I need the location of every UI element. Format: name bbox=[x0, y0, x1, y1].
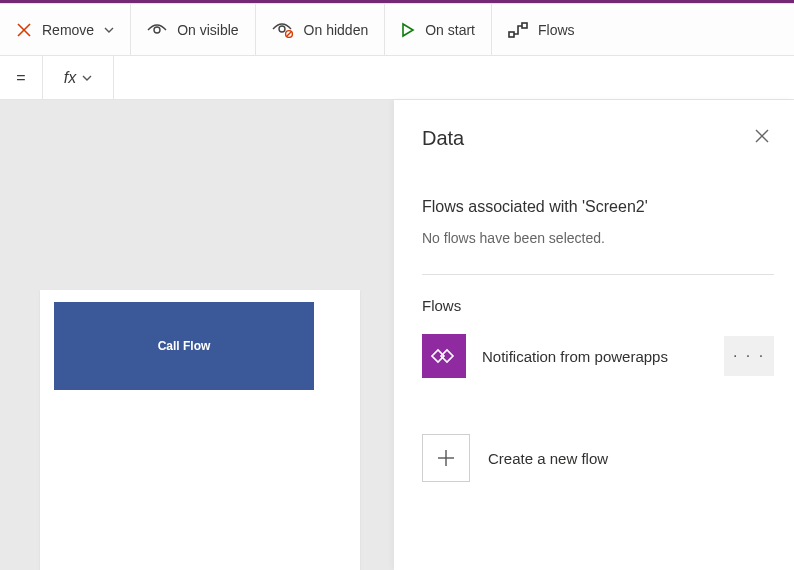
flow-item-name: Notification from powerapps bbox=[482, 348, 708, 365]
fx-label: fx bbox=[64, 69, 76, 87]
on-start-button[interactable]: On start bbox=[384, 4, 491, 55]
toolbar: Remove On visible On hidden On start Flo… bbox=[0, 4, 794, 56]
flows-label: Flows bbox=[538, 22, 575, 38]
svg-rect-8 bbox=[522, 23, 527, 28]
flow-item[interactable]: Notification from powerapps · · · bbox=[422, 334, 774, 378]
svg-point-2 bbox=[154, 27, 160, 33]
play-icon bbox=[401, 22, 415, 38]
more-icon: · · · bbox=[733, 347, 765, 365]
eye-off-icon bbox=[272, 22, 294, 38]
panel-title: Data bbox=[422, 127, 464, 150]
remove-label: Remove bbox=[42, 22, 94, 38]
on-hidden-label: On hidden bbox=[304, 22, 369, 38]
chevron-down-icon bbox=[82, 72, 92, 83]
associated-flows-empty: No flows have been selected. bbox=[422, 230, 774, 246]
eye-icon bbox=[147, 23, 167, 37]
svg-marker-6 bbox=[403, 24, 413, 36]
equals-label: = bbox=[0, 69, 42, 87]
svg-rect-7 bbox=[509, 32, 514, 37]
on-hidden-button[interactable]: On hidden bbox=[255, 4, 385, 55]
remove-icon bbox=[16, 22, 32, 38]
formula-bar: = fx bbox=[0, 56, 794, 100]
call-flow-label: Call Flow bbox=[158, 339, 211, 353]
svg-line-5 bbox=[286, 31, 290, 35]
flow-item-more-button[interactable]: · · · bbox=[724, 336, 774, 376]
associated-flows-title: Flows associated with 'Screen2' bbox=[422, 198, 774, 216]
call-flow-button[interactable]: Call Flow bbox=[54, 302, 314, 390]
svg-marker-11 bbox=[432, 350, 444, 362]
flows-section-label: Flows bbox=[422, 297, 774, 314]
plus-icon bbox=[422, 434, 470, 482]
on-start-label: On start bbox=[425, 22, 475, 38]
fx-dropdown[interactable]: fx bbox=[42, 56, 114, 99]
powerapps-icon bbox=[422, 334, 466, 378]
create-flow-label: Create a new flow bbox=[488, 450, 608, 467]
svg-point-3 bbox=[279, 26, 285, 32]
data-panel: Data Flows associated with 'Screen2' No … bbox=[394, 100, 794, 570]
panel-header: Data bbox=[422, 124, 774, 152]
on-visible-label: On visible bbox=[177, 22, 238, 38]
svg-marker-12 bbox=[441, 350, 453, 362]
formula-input[interactable] bbox=[114, 56, 794, 99]
on-visible-button[interactable]: On visible bbox=[130, 4, 254, 55]
create-flow-button[interactable]: Create a new flow bbox=[422, 434, 774, 482]
flows-icon bbox=[508, 21, 528, 39]
flows-button[interactable]: Flows bbox=[491, 4, 591, 55]
remove-button[interactable]: Remove bbox=[0, 4, 130, 55]
close-button[interactable] bbox=[750, 124, 774, 152]
screen-artboard[interactable]: Call Flow bbox=[40, 290, 360, 570]
divider bbox=[422, 274, 774, 275]
chevron-down-icon bbox=[104, 24, 114, 35]
